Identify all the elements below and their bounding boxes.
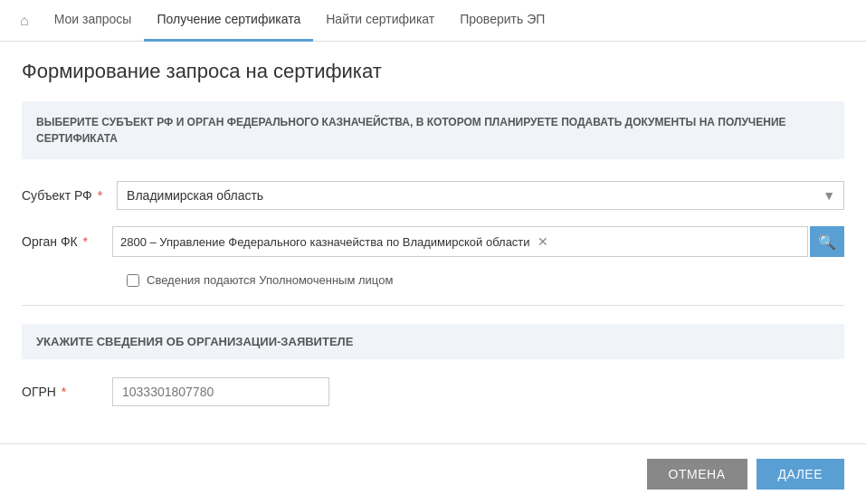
nav-item-my-requests[interactable]: Мои запросы [42,0,145,42]
page-title: Формирование запроса на сертификат [22,60,844,83]
page-content: Формирование запроса на сертификат ВЫБЕР… [0,42,866,504]
required-star: * [94,188,102,203]
ogrn-label: ОГРН * [22,385,112,399]
subject-rf-select-wrapper: Владимирская область ▼ [117,181,844,210]
nav-item-get-cert[interactable]: Получение сертификата [144,0,313,42]
tag-close-icon[interactable]: ✕ [538,234,548,249]
authorized-person-row: Сведения подаются Уполномоченным лицом [127,273,844,287]
organ-fk-tag: 2800 – Управление Федерального казначейс… [120,234,548,249]
search-icon: 🔍 [818,233,836,251]
ogrn-input[interactable] [112,377,329,406]
top-navigation: ⌂ Мои запросы Получение сертификата Найт… [0,0,866,42]
nav-item-find-cert[interactable]: Найти сертификат [313,0,447,42]
subject-rf-label: Субъект РФ * [22,188,117,203]
organ-fk-label: Орган ФК * [22,234,112,249]
info-text: ВЫБЕРИТЕ СУБЪЕКТ РФ И ОРГАН ФЕДЕРАЛЬНОГО… [36,116,786,145]
authorized-person-label: Сведения подаются Уполномоченным лицом [147,273,393,287]
authorized-person-checkbox[interactable] [127,274,139,287]
organ-fk-input-wrapper: 2800 – Управление Федерального казначейс… [112,226,844,257]
ogrn-row: ОГРН * [22,377,844,406]
organ-fk-input-group: 2800 – Управление Федерального казначейс… [112,226,844,257]
section-subtitle: УКАЖИТЕ СВЕДЕНИЯ ОБ ОРГАНИЗАЦИИ-ЗАЯВИТЕЛ… [22,324,844,359]
nav-item-check-ep[interactable]: Проверить ЭП [447,0,557,42]
ogrn-input-wrapper [112,377,844,406]
organ-fk-search-button[interactable]: 🔍 [810,226,844,257]
subject-rf-select[interactable]: Владимирская область [117,181,844,210]
next-button[interactable]: ДАЛЕЕ [757,459,845,490]
subject-rf-row: Субъект РФ * Владимирская область ▼ [22,181,844,210]
cancel-button[interactable]: ОТМЕНА [647,459,747,490]
organ-fk-tag-input[interactable]: 2800 – Управление Федерального казначейс… [112,226,808,257]
organ-fk-row: Орган ФК * 2800 – Управление Федеральног… [22,226,844,257]
section-divider [22,305,844,306]
footer-buttons: ОТМЕНА ДАЛЕЕ [0,443,866,504]
required-star-ogrn: * [58,385,66,399]
info-block: ВЫБЕРИТЕ СУБЪЕКТ РФ И ОРГАН ФЕДЕРАЛЬНОГО… [22,101,844,159]
home-icon[interactable]: ⌂ [14,4,34,38]
required-star-organ: * [80,234,88,249]
